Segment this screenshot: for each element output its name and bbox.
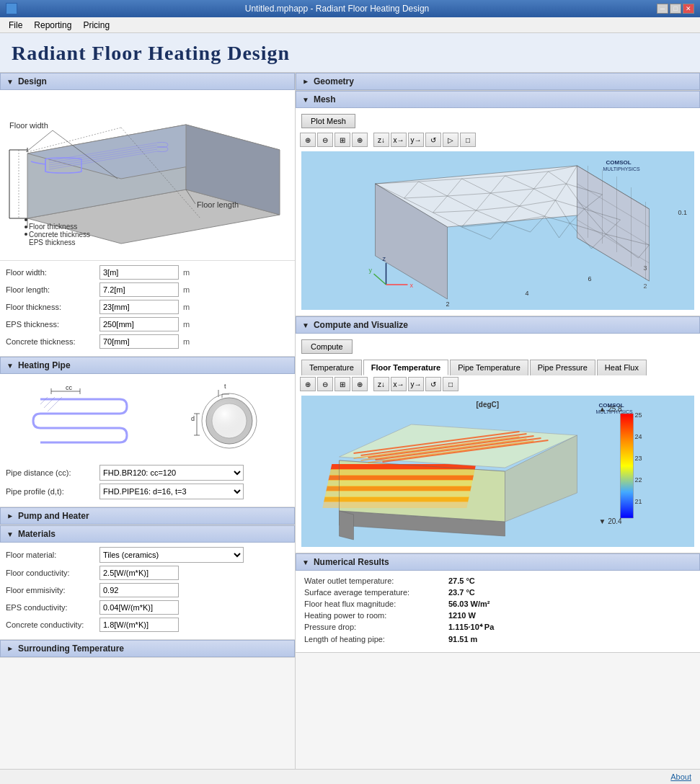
floor-length-unit: m: [183, 285, 190, 294]
viz-zoom-fit-button[interactable]: ⊞: [335, 377, 350, 391]
surrounding-temp-header[interactable]: ▼ Surrounding Temperature: [0, 640, 295, 657]
pipe-distance-select[interactable]: FHD.BR120: cc=120: [99, 465, 244, 481]
pump-heater-section: ▼ Pump and Heater: [0, 507, 295, 525]
zoom-in-button[interactable]: ⊕: [300, 133, 316, 147]
floor-thickness-input[interactable]: [99, 300, 179, 314]
window-controls[interactable]: ─ □ ✕: [657, 4, 694, 14]
mesh-label: Mesh: [314, 94, 336, 104]
floor-material-row: Floor material: Tiles (ceramics): [6, 547, 289, 563]
viz-toolbar: ⊕ ⊖ ⊞ ⊕ z↓ x→ y→ ↺ □: [296, 375, 700, 393]
svg-rect-136: [331, 464, 477, 470]
floor-length-input[interactable]: [99, 282, 179, 297]
concrete-conductivity-label: Concrete conductivity:: [6, 620, 99, 629]
menu-pricing[interactable]: Pricing: [77, 19, 115, 32]
axis-z-button[interactable]: z↓: [373, 133, 389, 147]
geometry-header[interactable]: ▼ Geometry: [296, 73, 700, 90]
materials-section-header[interactable]: ▼ Materials: [0, 525, 295, 543]
floor-width-input[interactable]: [99, 265, 179, 280]
plot-mesh-button[interactable]: Plot Mesh: [301, 114, 355, 128]
mesh-section-header[interactable]: ▼ Mesh: [296, 91, 700, 108]
design-arrow-icon: ▼: [6, 78, 14, 86]
axis-y-button[interactable]: y→: [408, 133, 424, 147]
pipe-layout-svg: cc: [26, 381, 141, 453]
pump-heater-header[interactable]: ▼ Pump and Heater: [0, 507, 295, 525]
viz-zoom-in-button[interactable]: ⊕: [300, 377, 316, 391]
svg-text:4: 4: [526, 290, 529, 297]
temp-svg: COMSOL MULTIPHYSICS [degC]: [301, 396, 694, 547]
svg-text:▼ 20.4: ▼ 20.4: [599, 517, 623, 525]
pipe-length-label: Length of heating pipe:: [304, 635, 448, 643]
pump-heater-arrow-icon: ▼: [6, 512, 14, 520]
temperature-visualization: COMSOL MULTIPHYSICS [degC]: [301, 396, 694, 547]
camera-button[interactable]: ▷: [443, 133, 458, 147]
heating-pipe-content: cc: [0, 374, 295, 507]
svg-text:cc: cc: [66, 384, 73, 391]
floor-heat-flux-row: Floor heat flux magnitude: 56.03 W/m²: [304, 600, 691, 608]
viz-axis-y-button[interactable]: y→: [408, 377, 424, 391]
pipe-profile-select[interactable]: FHD.PIPE16: d=16, t=3: [99, 484, 244, 499]
reset-view-button[interactable]: ↺: [425, 133, 441, 147]
mesh-content: Plot Mesh ⊕ ⊖ ⊞ ⊕ z↓ x→ y→ ↺ ▷ □: [296, 108, 700, 316]
pressure-drop-value: 1.115·10⁴ Pa: [448, 623, 494, 632]
about-link[interactable]: About: [670, 772, 691, 781]
zoom-out-button[interactable]: ⊖: [317, 133, 333, 147]
axis-x-button[interactable]: x→: [391, 133, 407, 147]
visualization-tabs: Temperature Floor Temperature Pipe Tempe…: [296, 360, 700, 375]
concrete-conductivity-row: Concrete conductivity: 1.8[W/(m*K)]: [6, 618, 289, 632]
compute-content: Compute Temperature Floor Temperature Pi…: [296, 334, 700, 553]
zoom-fit-button[interactable]: ⊞: [335, 133, 350, 147]
floor-width-dim-label: Floor width: [9, 121, 48, 130]
design-section-header[interactable]: ▼ Design: [0, 73, 295, 90]
tab-pipe-pressure[interactable]: Pipe Pressure: [530, 360, 595, 375]
minimize-button[interactable]: ─: [657, 4, 668, 14]
svg-text:MULTIPHYSICS: MULTIPHYSICS: [603, 166, 641, 172]
svg-text:t: t: [224, 383, 226, 390]
export-button[interactable]: □: [460, 133, 476, 147]
compute-visualize-header[interactable]: ▼ Compute and Visualize: [296, 316, 700, 334]
water-outlet-temp-value: 27.5 °C: [448, 576, 475, 585]
tab-heat-flux[interactable]: Heat Flux: [597, 360, 647, 375]
heating-pipe-header[interactable]: ▼ Heating Pipe: [0, 357, 295, 374]
menu-reporting[interactable]: Reporting: [28, 19, 77, 32]
heating-pipe-section: ▼ Heating Pipe cc: [0, 357, 295, 507]
floor-emmisivity-label: Floor emmisivity:: [6, 586, 99, 594]
heating-pipe-label: Heating Pipe: [18, 360, 71, 370]
svg-point-22: [25, 233, 27, 236]
menu-file[interactable]: File: [3, 19, 28, 32]
svg-text:0.1: 0.1: [678, 209, 688, 216]
eps-thickness-input[interactable]: [99, 317, 179, 331]
svg-text:22: 22: [635, 476, 642, 484]
svg-text:y: y: [369, 267, 373, 274]
tab-floor-temperature[interactable]: Floor Temperature: [363, 360, 448, 375]
app-icon: [6, 3, 17, 14]
floor-emmisivity-value: 0.92: [99, 583, 179, 597]
tab-pipe-temperature[interactable]: Pipe Temperature: [450, 360, 528, 375]
floor-heat-flux-label: Floor heat flux magnitude:: [304, 600, 448, 608]
viz-pan-button[interactable]: ⊕: [352, 377, 368, 391]
floor-thickness-label: Floor thickness:: [6, 303, 99, 311]
concrete-thickness-input[interactable]: [99, 334, 179, 349]
title-bar: Untitled.mphapp - Radiant Floor Heating …: [0, 0, 700, 17]
surrounding-temp-arrow-icon: ▼: [6, 645, 14, 652]
pan-button[interactable]: ⊕: [352, 133, 368, 147]
numerical-results-header[interactable]: ▼ Numerical Results: [296, 553, 700, 571]
close-button[interactable]: ✕: [683, 4, 694, 14]
heating-power-label: Heating power to room:: [304, 611, 448, 620]
floor-material-label: Floor material:: [6, 551, 99, 559]
svg-text:23: 23: [635, 455, 642, 462]
maximize-button[interactable]: □: [670, 4, 681, 14]
tab-temperature[interactable]: Temperature: [301, 360, 362, 375]
mesh-toolbar: ⊕ ⊖ ⊞ ⊕ z↓ x→ y→ ↺ ▷ □: [296, 131, 700, 148]
viz-reset-button[interactable]: ↺: [425, 377, 441, 391]
floor-conductivity-row: Floor conductivity: 2.5[W/(m*K)]: [6, 566, 289, 580]
pipe-length-row: Length of heating pipe: 91.51 m: [304, 635, 691, 643]
viz-export-button[interactable]: □: [443, 377, 458, 391]
viz-zoom-out-button[interactable]: ⊖: [317, 377, 333, 391]
viz-axis-z-button[interactable]: z↓: [373, 377, 389, 391]
pipe-cross-section-svg: t d: [182, 381, 269, 453]
floor-material-select[interactable]: Tiles (ceramics): [99, 547, 244, 563]
concrete-thickness-unit: m: [183, 337, 190, 346]
viz-axis-x-button[interactable]: x→: [391, 377, 407, 391]
floor-width-unit: m: [183, 268, 190, 277]
compute-button[interactable]: Compute: [301, 339, 353, 354]
